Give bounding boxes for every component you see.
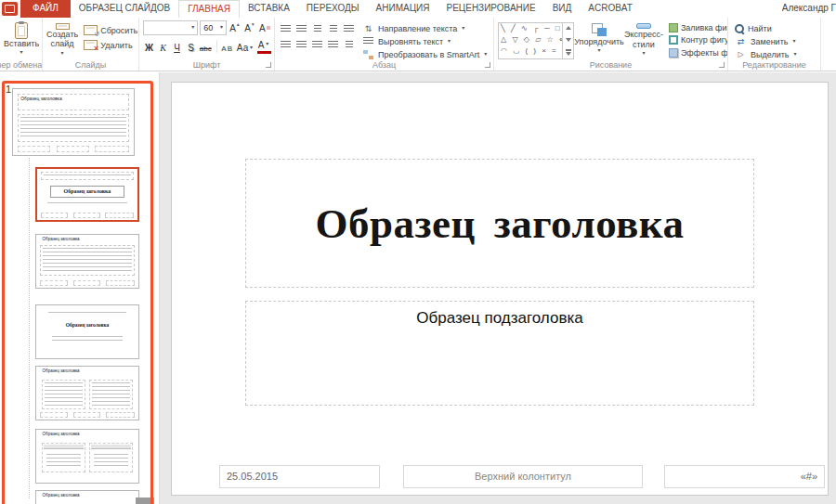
decrease-indent-button[interactable]	[310, 22, 324, 35]
tab-transitions[interactable]: ПЕРЕХОДЫ	[298, 0, 368, 18]
gallery-down-icon[interactable]	[566, 38, 571, 42]
quick-styles-button[interactable]: Экспресс-стили	[624, 20, 663, 58]
shape-gallery-row[interactable]: ◠ ◡ ( ) × =	[501, 45, 560, 57]
tab-home[interactable]: ГЛАВНАЯ	[178, 0, 240, 18]
new-slide-button[interactable]: Создать слайд	[46, 20, 78, 58]
columns-button[interactable]	[342, 38, 356, 51]
page-number-placeholder[interactable]: «#»	[664, 465, 825, 488]
thumbnail-title-layout-selected[interactable]: Образец заголовка	[35, 167, 139, 222]
title-placeholder[interactable]: Образец заголовка	[245, 159, 754, 288]
bold-button[interactable]: Ж	[143, 38, 155, 54]
tab-view[interactable]: ВИД	[544, 0, 581, 18]
italic-button[interactable]: К	[157, 38, 169, 54]
bullets-button[interactable]	[279, 22, 293, 35]
find-label: Найти	[748, 24, 772, 33]
clear-formatting-label: А	[259, 23, 266, 33]
dialog-launcher-icon[interactable]	[485, 62, 490, 68]
font-name-select[interactable]	[143, 20, 198, 35]
dropdown-icon	[596, 46, 603, 56]
replace-button[interactable]: Заменить	[732, 35, 817, 47]
numbering-button[interactable]	[294, 22, 308, 35]
shape-outline-label: Контур фигуры	[681, 35, 728, 45]
shape-fill-button[interactable]: Заливка фигуры	[667, 22, 728, 33]
thumbnail-comparison-layout[interactable]: Образец заголовка	[35, 429, 139, 484]
tab-review[interactable]: РЕЦЕНЗИРОВАНИЕ	[438, 0, 543, 18]
user-name[interactable]: Александр Г	[782, 0, 836, 18]
shapes-gallery[interactable]: ╲ ╱ ∿ ┌ ─ □ ○ △ ▽ ◇ ▱ ☆ ⇐ ⇒ ◠ ◡ ( ) × =	[498, 22, 574, 59]
thumbnail-partial-layout[interactable]: Образец заголовка	[35, 490, 139, 504]
gallery-up-icon[interactable]	[566, 26, 571, 30]
text-direction-button[interactable]: Направление текста	[359, 22, 490, 34]
shape-effects-button[interactable]: Эффекты фигуры	[667, 47, 728, 58]
paste-button[interactable]: Вставить	[4, 20, 39, 58]
clear-formatting-button[interactable]: А	[258, 20, 271, 35]
shape-outline-button[interactable]: Контур фигуры	[667, 34, 728, 45]
subtitle-placeholder[interactable]: Образец подзаголовка	[245, 301, 754, 406]
line-spacing-button[interactable]	[342, 22, 356, 35]
change-case-label: Аа	[237, 43, 248, 53]
align-center-button[interactable]	[294, 38, 308, 51]
find-button[interactable]: Найти	[732, 22, 817, 34]
character-spacing-button[interactable]: АВ	[221, 38, 234, 54]
change-case-button[interactable]: Аа	[236, 38, 255, 54]
gallery-more-icon[interactable]	[566, 52, 571, 56]
underline-label: Ч	[174, 43, 180, 53]
text-direction-icon	[361, 22, 375, 35]
reset-slide-button[interactable]: Сбросить	[82, 24, 139, 36]
align-left-icon	[281, 41, 291, 49]
quick-styles-icon	[636, 23, 651, 29]
ribbon-tab-bar: ФАЙЛ ОБРАЗЕЦ СЛАЙДОВ ГЛАВНАЯ ВСТАВКА ПЕР…	[0, 0, 836, 18]
smartart-icon	[361, 48, 375, 61]
thumbnail-master[interactable]: Образец заголовка	[12, 88, 135, 156]
panel-scroll-corner	[136, 498, 154, 504]
dialog-launcher-icon[interactable]	[266, 62, 271, 68]
dropdown-icon	[189, 23, 196, 32]
justify-button[interactable]	[326, 38, 340, 51]
select-button[interactable]: Выделить	[732, 48, 817, 60]
slide-editing-area[interactable]: Образец заголовка Образец подзаголовка 2…	[172, 83, 828, 495]
shape-fill-icon	[669, 23, 678, 32]
thumbnail-title: Образец заголовка	[43, 237, 80, 241]
tab-file[interactable]: ФАЙЛ	[20, 0, 71, 18]
tab-insert[interactable]: ВСТАВКА	[240, 0, 298, 18]
delete-slide-button[interactable]: Удалить	[82, 39, 139, 51]
thumbnail-section-header-layout[interactable]: Образец заголовка	[35, 304, 139, 359]
slide-page-number-text: «#»	[801, 471, 817, 482]
slide-subtitle-text: Образец подзаголовка	[416, 309, 582, 327]
select-label: Выделить	[751, 50, 790, 59]
numbered-list-icon	[296, 25, 307, 33]
powerpoint-window: ФАЙЛ ОБРАЗЕЦ СЛАЙДОВ ГЛАВНАЯ ВСТАВКА ПЕР…	[0, 0, 836, 504]
font-size-select[interactable]: 60	[200, 20, 227, 35]
date-placeholder[interactable]: 25.05.2015	[219, 465, 380, 488]
increase-indent-button[interactable]	[326, 22, 340, 35]
tab-animations[interactable]: АНИМАЦИЯ	[368, 0, 438, 18]
arrange-button[interactable]: Упорядочить	[578, 20, 620, 58]
dropdown-icon	[59, 49, 66, 58]
align-text-button[interactable]: Выровнять текст	[359, 35, 490, 47]
gallery-scrollbar[interactable]	[562, 23, 573, 58]
slides-group-label: Слайды	[43, 60, 138, 70]
grow-font-button[interactable]: А	[229, 20, 242, 35]
thumbnail-two-content-layout[interactable]: Образец заголовка	[35, 366, 139, 420]
footer-placeholder[interactable]: Верхний колонтитул	[403, 465, 643, 488]
thumbnail-title-content-layout[interactable]: Образец заголовка	[35, 234, 139, 289]
shape-gallery-row[interactable]: △ ▽ ◇ ▱ ☆ ⇐ ⇒	[501, 34, 560, 45]
slide-thumbnail-panel: 1 Образец заголовка Образец заголовка Об…	[0, 72, 160, 504]
align-right-button[interactable]	[310, 38, 324, 51]
thumbnail-title: Образец заголовка	[64, 188, 111, 195]
tab-slide-master[interactable]: ОБРАЗЕЦ СЛАЙДОВ	[71, 0, 178, 18]
strikethrough-button[interactable]: abc	[199, 38, 213, 54]
convert-to-smartart-button[interactable]: Преобразовать в SmartArt	[359, 48, 490, 60]
line-spacing-icon	[344, 25, 354, 33]
delete-slide-label: Удалить	[100, 41, 132, 50]
replace-label: Заменить	[751, 37, 788, 46]
font-color-button[interactable]: А	[257, 38, 271, 54]
shape-gallery-row[interactable]: ╲ ╱ ∿ ┌ ─ □ ○	[501, 23, 560, 34]
underline-button[interactable]: Ч	[171, 38, 183, 54]
text-shadow-button[interactable]: S	[185, 38, 197, 54]
align-right-icon	[312, 41, 322, 49]
align-left-button[interactable]	[279, 38, 293, 51]
dialog-launcher-icon[interactable]	[719, 62, 725, 68]
shrink-font-button[interactable]: А	[243, 20, 256, 35]
tab-acrobat[interactable]: ACROBAT	[580, 0, 641, 18]
